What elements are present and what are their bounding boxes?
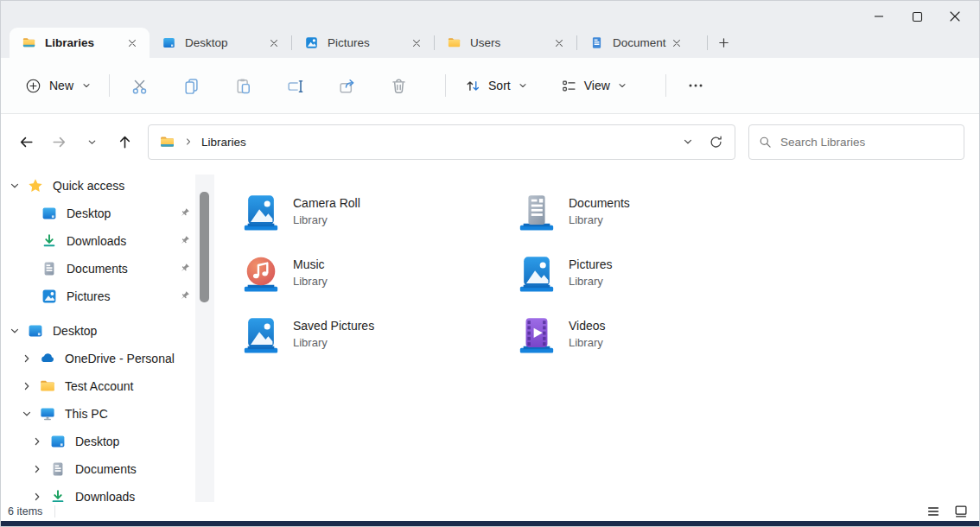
chevron-down-icon[interactable] [8, 324, 22, 338]
sidebar-scrollbar-track[interactable] [195, 175, 214, 502]
toolbar-divider [109, 74, 110, 97]
tab-users[interactable]: Users [435, 28, 576, 58]
titlebar: Libraries Desktop Pictures Users [1, 1, 979, 58]
back-button[interactable] [10, 126, 42, 157]
search-box[interactable] [748, 124, 964, 160]
document-icon [49, 460, 67, 478]
tab-documents[interactable]: Documents [577, 28, 707, 58]
list-item-music[interactable]: Music Library [241, 254, 500, 294]
more-ellipsis-icon [687, 77, 704, 94]
sidebar-scrollbar-thumb[interactable] [200, 192, 209, 302]
item-type: Library [569, 212, 630, 228]
address-dropdown-button[interactable] [674, 128, 702, 156]
tab-close-button[interactable] [264, 33, 284, 54]
cut-icon [130, 77, 149, 95]
rename-button[interactable] [277, 68, 312, 103]
sidebar-item-thispc-desktop[interactable]: Desktop [1, 428, 219, 455]
tab-libraries[interactable]: Libraries [10, 28, 150, 58]
forward-button[interactable] [42, 126, 75, 157]
rename-icon [286, 77, 304, 95]
chevron-right-icon[interactable] [20, 379, 34, 393]
chevron-down-icon [81, 80, 92, 91]
close-icon [268, 37, 280, 49]
breadcrumb-item-libraries[interactable]: Libraries [201, 136, 246, 149]
document-icon [589, 35, 604, 50]
list-item-saved-pictures[interactable]: Saved Pictures Library [241, 315, 500, 355]
sidebar-item-desktop-pinned[interactable]: Desktop [1, 200, 219, 227]
list-item-pictures[interactable]: Pictures Library [517, 254, 776, 294]
chevron-down-icon[interactable] [20, 407, 34, 421]
paste-button[interactable] [226, 68, 260, 103]
tile-text: Documents Library [569, 193, 630, 228]
documents-library-icon [517, 193, 557, 232]
list-item-camera-roll[interactable]: Camera Roll Library [241, 193, 500, 232]
tile-text: Saved Pictures Library [293, 315, 374, 351]
chevron-right-icon[interactable] [30, 490, 44, 502]
sort-button[interactable]: Sort [458, 73, 535, 99]
minimize-button[interactable] [860, 4, 898, 29]
pin-icon [177, 234, 191, 248]
tab-close-button[interactable] [666, 33, 687, 54]
view-toggles [924, 503, 970, 520]
maximize-button[interactable] [898, 4, 936, 29]
thumbnail-view-icon [953, 504, 969, 519]
item-count: 6 items [8, 505, 42, 517]
tab-close-button[interactable] [122, 33, 143, 54]
view-button[interactable]: View [554, 73, 634, 99]
sidebar-item-thispc-documents[interactable]: Documents [1, 455, 219, 483]
sidebar-item-quick-access[interactable]: Quick access [1, 172, 219, 200]
large-thumbnails-view-button[interactable] [951, 503, 970, 520]
tab-close-button[interactable] [406, 33, 427, 54]
sidebar-item-test-account[interactable]: Test Account [1, 372, 219, 400]
share-button[interactable] [329, 68, 364, 103]
tab-label: Pictures [328, 36, 406, 49]
sidebar-item-desktop-tree[interactable]: Desktop [1, 317, 219, 345]
pin-icon [177, 206, 191, 220]
up-arrow-icon [116, 133, 134, 151]
chevron-right-icon[interactable] [30, 435, 44, 448]
tab-pictures[interactable]: Pictures [292, 28, 434, 58]
address-input[interactable]: Libraries [148, 124, 735, 160]
recent-locations-button[interactable] [75, 126, 108, 157]
new-button[interactable]: New [20, 73, 97, 99]
list-item-documents[interactable]: Documents Library [517, 193, 776, 232]
see-more-button[interactable] [678, 68, 713, 103]
cut-button[interactable] [122, 68, 156, 103]
item-name: Camera Roll [293, 194, 360, 212]
view-label: View [584, 79, 610, 92]
copy-button[interactable] [174, 68, 208, 103]
sidebar-item-thispc-downloads[interactable]: Downloads [1, 483, 219, 502]
sidebar-item-downloads-pinned[interactable]: Downloads [1, 227, 219, 255]
chevron-right-icon[interactable] [20, 352, 34, 365]
breadcrumb[interactable]: Libraries [159, 134, 246, 150]
sidebar-item-pictures-pinned[interactable]: Pictures [1, 283, 219, 310]
close-window-button[interactable] [936, 4, 974, 29]
tile-text: Pictures Library [569, 254, 613, 289]
chevron-down-icon [682, 136, 694, 148]
sidebar-item-documents-pinned[interactable]: Documents [1, 255, 219, 283]
pictures-library-icon [241, 193, 281, 232]
tab-desktop[interactable]: Desktop [150, 28, 291, 58]
item-type: Library [293, 334, 374, 351]
sidebar-item-this-pc[interactable]: This PC [1, 400, 219, 428]
details-view-button[interactable] [924, 503, 943, 520]
search-input[interactable] [780, 136, 955, 149]
address-bar: Libraries [1, 114, 979, 169]
up-button[interactable] [108, 126, 141, 157]
chevron-down-icon[interactable] [8, 179, 22, 193]
new-button-label: New [49, 79, 73, 92]
item-type: Library [569, 273, 613, 289]
delete-button[interactable] [381, 68, 416, 103]
new-tab-button[interactable] [708, 28, 739, 58]
tab-label: Users [470, 36, 549, 49]
file-list-area[interactable]: Camera Roll Library Documents Library Mu… [219, 169, 979, 502]
tab-close-button[interactable] [549, 33, 570, 54]
refresh-button[interactable] [702, 128, 729, 156]
chevron-down-icon [518, 80, 528, 91]
sort-icon [465, 78, 481, 94]
toolbar-divider [445, 74, 446, 97]
list-item-videos[interactable]: Videos Library [517, 315, 776, 355]
sidebar-item-onedrive[interactable]: OneDrive - Personal [1, 345, 219, 372]
chevron-right-icon[interactable] [30, 462, 44, 476]
plus-icon [717, 36, 730, 49]
